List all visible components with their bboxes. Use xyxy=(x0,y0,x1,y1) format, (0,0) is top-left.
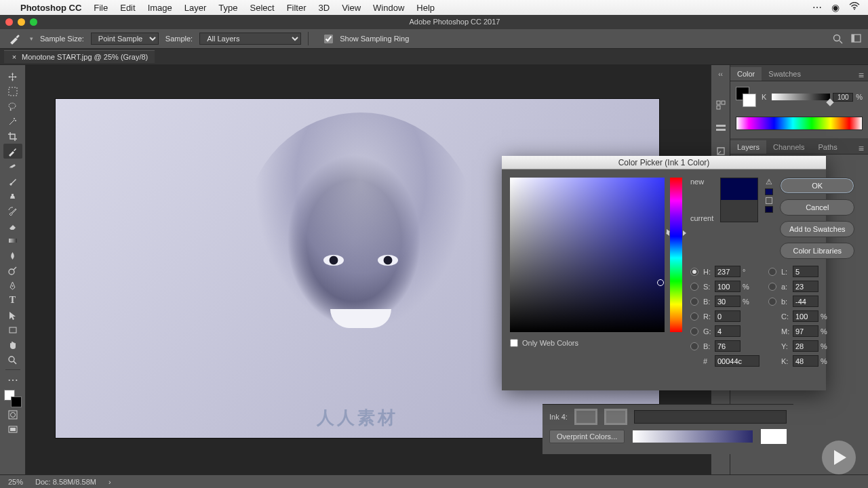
y-input[interactable] xyxy=(793,340,818,352)
marquee-tool-icon[interactable] xyxy=(3,84,22,99)
pen-tool-icon[interactable] xyxy=(3,278,22,293)
color-panel-tab[interactable]: Color xyxy=(730,67,762,81)
screen-mode-icon[interactable] xyxy=(3,422,22,437)
r-input[interactable] xyxy=(715,310,741,322)
b-radio[interactable] xyxy=(690,298,698,306)
zoom-tool-icon[interactable] xyxy=(3,352,22,367)
websafe-closest-swatch[interactable] xyxy=(765,206,773,213)
status-menu-chevron-icon[interactable]: › xyxy=(108,478,111,486)
lasso-tool-icon[interactable] xyxy=(3,99,22,114)
menu-select[interactable]: Select xyxy=(250,3,274,13)
path-selection-tool-icon[interactable] xyxy=(3,308,22,323)
wifi-icon[interactable] xyxy=(849,2,860,13)
hand-tool-icon[interactable] xyxy=(3,338,22,352)
brush-tool-icon[interactable] xyxy=(3,174,22,188)
menu-view[interactable]: View xyxy=(342,3,361,13)
tool-preset-chevron-icon[interactable]: ▾ xyxy=(30,35,33,42)
rectangle-tool-icon[interactable] xyxy=(3,323,22,338)
clone-stamp-tool-icon[interactable] xyxy=(3,188,22,203)
a-radio[interactable] xyxy=(768,283,776,291)
zoom-level[interactable]: 25% xyxy=(8,478,23,486)
eyedropper-tool-icon[interactable] xyxy=(7,30,23,47)
fg-bg-swatch[interactable] xyxy=(4,390,22,407)
gamut-closest-swatch[interactable] xyxy=(765,188,773,195)
websafe-warning-icon[interactable] xyxy=(766,197,772,204)
color-preview[interactable] xyxy=(720,178,758,222)
menu-3d[interactable]: 3D xyxy=(319,3,330,13)
only-web-colors-checkbox[interactable] xyxy=(510,339,518,347)
panel-expand-icon[interactable]: ‹‹ xyxy=(718,70,723,78)
k-slider[interactable] xyxy=(772,94,830,100)
close-window-icon[interactable] xyxy=(5,18,13,26)
sample-size-select[interactable]: Point Sample xyxy=(91,33,159,45)
ink4-curve-swatch[interactable] xyxy=(574,409,597,425)
healing-brush-tool-icon[interactable] xyxy=(3,159,22,174)
properties-panel-icon[interactable] xyxy=(715,146,726,157)
lab-b-input[interactable] xyxy=(793,296,818,307)
menu-layer[interactable]: Layer xyxy=(184,3,207,13)
dodge-tool-icon[interactable] xyxy=(3,263,22,278)
menu-type[interactable]: Type xyxy=(218,3,237,13)
eraser-tool-icon[interactable] xyxy=(3,218,22,233)
app-menu[interactable]: Photoshop CC xyxy=(20,3,81,13)
m-input[interactable] xyxy=(793,325,818,337)
menu-image[interactable]: Image xyxy=(148,3,172,13)
layers-menu-icon[interactable]: ≡ xyxy=(854,143,868,154)
color-spectrum[interactable] xyxy=(736,117,863,130)
l-radio[interactable] xyxy=(768,268,776,276)
ink4-name-input[interactable] xyxy=(634,410,787,424)
lab-b-radio[interactable] xyxy=(768,298,776,306)
minimize-window-icon[interactable] xyxy=(18,18,25,26)
cancel-button[interactable]: Cancel xyxy=(780,199,854,216)
maximize-window-icon[interactable] xyxy=(30,18,37,26)
h-radio[interactable] xyxy=(690,268,698,276)
type-tool-icon[interactable]: T xyxy=(3,293,22,308)
sample-select[interactable]: All Layers xyxy=(199,33,301,45)
k-input-picker[interactable] xyxy=(793,355,818,367)
sv-color-field[interactable] xyxy=(510,178,665,332)
workspace-icon[interactable] xyxy=(851,34,861,44)
menu-file[interactable]: File xyxy=(94,3,108,13)
rgb-b-radio[interactable] xyxy=(690,342,698,350)
h-input[interactable] xyxy=(715,266,741,277)
a-input[interactable] xyxy=(793,281,818,292)
paths-panel-tab[interactable]: Paths xyxy=(812,140,844,154)
brushes-panel-icon[interactable] xyxy=(715,123,726,134)
ok-button[interactable]: OK xyxy=(780,178,854,194)
g-radio[interactable] xyxy=(690,327,698,336)
r-radio[interactable] xyxy=(690,312,698,321)
layers-panel-tab[interactable]: Layers xyxy=(730,140,766,154)
s-radio[interactable] xyxy=(690,283,698,291)
k-value-input[interactable] xyxy=(833,93,853,102)
channels-panel-tab[interactable]: Channels xyxy=(766,140,811,154)
menu-help[interactable]: Help xyxy=(416,3,435,13)
add-to-swatches-button[interactable]: Add to Swatches xyxy=(780,221,854,237)
eyedropper-tool-icon[interactable] xyxy=(3,144,22,159)
s-input[interactable] xyxy=(715,281,741,292)
search-icon[interactable] xyxy=(833,34,843,44)
doc-size[interactable]: Doc: 8.58M/8.58M xyxy=(35,478,96,486)
menu-edit[interactable]: Edit xyxy=(120,3,135,13)
eye-sync-icon[interactable]: ◉ xyxy=(831,2,840,13)
magic-wand-tool-icon[interactable] xyxy=(3,114,22,129)
swatches-panel-tab[interactable]: Swatches xyxy=(762,67,808,81)
edit-toolbar-icon[interactable]: ⋯ xyxy=(3,372,22,387)
gamut-warning-icon[interactable]: ⚠ xyxy=(766,178,772,186)
ink4-color-swatch[interactable] xyxy=(604,409,627,425)
crop-tool-icon[interactable] xyxy=(3,129,22,144)
history-brush-tool-icon[interactable] xyxy=(3,203,22,218)
quick-mask-icon[interactable] xyxy=(3,407,22,422)
hsb-b-input[interactable] xyxy=(715,296,741,307)
g-input[interactable] xyxy=(715,325,741,337)
color-libraries-button[interactable]: Color Libraries xyxy=(780,243,854,259)
document-tab[interactable]: × Monotone START.jpg @ 25% (Gray/8) xyxy=(4,50,155,63)
hex-input[interactable] xyxy=(715,355,760,367)
video-play-button-icon[interactable] xyxy=(822,441,856,474)
l-input[interactable] xyxy=(793,266,818,277)
panel-menu-icon[interactable]: ≡ xyxy=(854,70,868,81)
hue-slider[interactable] xyxy=(670,178,682,332)
rgb-b-input[interactable] xyxy=(715,340,741,352)
move-tool-icon[interactable] xyxy=(3,69,22,84)
menu-extra-icon[interactable]: ⋯ xyxy=(812,2,822,13)
show-sampling-ring-checkbox[interactable] xyxy=(324,35,333,43)
